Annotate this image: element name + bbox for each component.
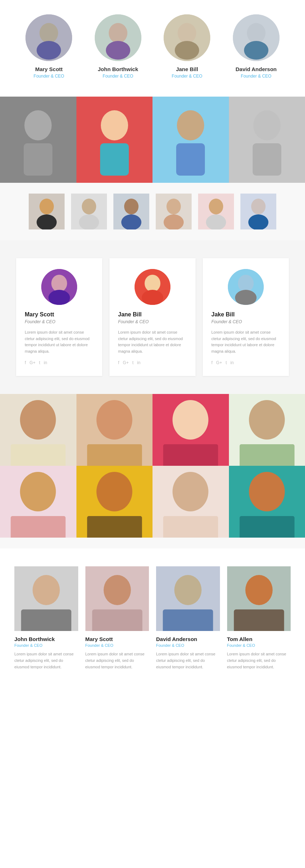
svg-rect-76 bbox=[92, 609, 142, 631]
svg-point-16 bbox=[177, 110, 204, 140]
grid-cell-3 bbox=[152, 394, 229, 466]
circle-avatar-0 bbox=[25, 14, 72, 61]
member-name-2: Jane Bill bbox=[176, 66, 198, 72]
social-icon-G+[interactable]: G+ bbox=[123, 360, 128, 365]
social-icon-f[interactable]: f bbox=[25, 360, 26, 365]
member-name-1: John Borthwick bbox=[98, 66, 138, 72]
svg-point-11 bbox=[244, 41, 268, 60]
bottom-team-card-2: David AndersonFounder & CEOLorem ipsum d… bbox=[156, 566, 220, 670]
bio-role-1: Founder & CEO bbox=[118, 319, 187, 324]
svg-point-48 bbox=[20, 400, 56, 440]
social-icon-t[interactable]: t bbox=[39, 360, 40, 365]
bottom-team-card-3: Tom AllenFounder & CEOLorem ipsum dolor … bbox=[227, 566, 291, 670]
social-icon-in[interactable]: in bbox=[44, 360, 47, 365]
svg-point-45 bbox=[238, 275, 254, 292]
svg-rect-64 bbox=[87, 516, 142, 538]
grid-cell-8 bbox=[229, 466, 305, 538]
bio-social-0[interactable]: fG+tin bbox=[25, 360, 94, 365]
svg-point-4 bbox=[109, 23, 127, 43]
svg-rect-49 bbox=[11, 444, 66, 466]
banner-panel-3 bbox=[152, 97, 229, 183]
svg-point-43 bbox=[142, 290, 163, 305]
bio-name-1: Jane Bill bbox=[118, 311, 187, 318]
bio-avatar-0 bbox=[41, 269, 77, 305]
section-bio-cards: Mary ScottFounder & CEOLorem ipsum dolor… bbox=[0, 240, 305, 394]
social-icon-in[interactable]: in bbox=[137, 360, 140, 365]
section-bottom-team: John BorthwickFounder & CEOLorem ipsum d… bbox=[0, 548, 305, 688]
svg-point-34 bbox=[206, 214, 226, 229]
thumb-item-2 bbox=[113, 194, 149, 229]
bio-card-1: Jane BillFounder & CEOLorem ipsum dolor … bbox=[109, 258, 196, 376]
section-banner bbox=[0, 97, 305, 183]
bio-card-0: Mary ScottFounder & CEOLorem ipsum dolor… bbox=[16, 258, 102, 376]
bottom-text-0: Lorem ipsum dolor sit amet conse ctetur … bbox=[14, 651, 78, 670]
circle-avatar-1 bbox=[95, 14, 141, 61]
svg-rect-19 bbox=[253, 143, 281, 176]
svg-point-27 bbox=[124, 199, 139, 214]
svg-point-42 bbox=[145, 275, 160, 292]
circle-avatar-3 bbox=[233, 14, 280, 61]
circle-card-1: John BorthwickFounder & CEO bbox=[91, 14, 146, 79]
svg-point-24 bbox=[82, 199, 96, 214]
svg-point-78 bbox=[174, 575, 202, 605]
section-divider bbox=[0, 538, 305, 548]
section-thumbs bbox=[0, 183, 305, 240]
bottom-text-2: Lorem ipsum dolor sit amet conse ctetur … bbox=[156, 651, 220, 670]
bio-text-2: Lorem ipsum dolor sit amet conse ctetur … bbox=[211, 329, 280, 354]
bio-social-1[interactable]: fG+tin bbox=[118, 360, 187, 365]
banner-panel-1 bbox=[0, 97, 76, 183]
member-title-2: Founder & CEO bbox=[172, 74, 202, 79]
banner-panel-4 bbox=[229, 97, 305, 183]
svg-rect-13 bbox=[24, 143, 52, 176]
social-icon-f[interactable]: f bbox=[211, 360, 212, 365]
svg-point-72 bbox=[33, 575, 60, 605]
bio-card-2: Jake BillFounder & CEOLorem ipsum dolor … bbox=[203, 258, 289, 376]
member-title-1: Founder & CEO bbox=[103, 74, 133, 79]
svg-point-10 bbox=[247, 23, 266, 43]
social-icon-t[interactable]: t bbox=[226, 360, 227, 365]
svg-rect-82 bbox=[234, 609, 284, 631]
svg-point-60 bbox=[20, 472, 56, 511]
svg-rect-67 bbox=[163, 516, 218, 538]
svg-point-40 bbox=[48, 290, 70, 305]
grid-cell-4 bbox=[229, 394, 305, 466]
social-icon-f[interactable]: f bbox=[118, 360, 119, 365]
social-icon-G+[interactable]: G+ bbox=[216, 360, 222, 365]
svg-point-54 bbox=[173, 400, 208, 440]
bottom-team-card-0: John BorthwickFounder & CEOLorem ipsum d… bbox=[14, 566, 78, 670]
bio-name-2: Jake Bill bbox=[211, 311, 280, 318]
svg-rect-15 bbox=[100, 143, 129, 176]
bottom-photo-1 bbox=[85, 566, 149, 631]
bottom-name-2: David Anderson bbox=[156, 636, 220, 642]
svg-rect-70 bbox=[239, 516, 294, 538]
bottom-name-0: John Borthwick bbox=[14, 636, 78, 642]
bio-avatar-wrap-2 bbox=[211, 269, 280, 305]
thumb-item-4 bbox=[198, 194, 234, 229]
grid-cell-7 bbox=[152, 466, 229, 538]
thumb-item-0 bbox=[29, 194, 65, 229]
bio-role-2: Founder & CEO bbox=[211, 319, 280, 324]
svg-point-8 bbox=[175, 41, 199, 60]
bio-social-2[interactable]: fG+tin bbox=[211, 360, 280, 365]
member-name-3: David Anderson bbox=[236, 66, 277, 72]
svg-point-12 bbox=[24, 110, 52, 140]
bio-avatar-1 bbox=[135, 269, 170, 305]
thumb-item-1 bbox=[71, 194, 107, 229]
svg-rect-58 bbox=[239, 444, 294, 466]
social-icon-t[interactable]: t bbox=[132, 360, 133, 365]
social-icon-in[interactable]: in bbox=[230, 360, 234, 365]
svg-point-37 bbox=[248, 214, 268, 229]
section-grid bbox=[0, 394, 305, 538]
bio-avatar-wrap-0 bbox=[25, 269, 94, 305]
svg-point-5 bbox=[106, 41, 130, 60]
svg-point-22 bbox=[37, 214, 57, 229]
svg-point-39 bbox=[51, 275, 67, 292]
social-icon-G+[interactable]: G+ bbox=[29, 360, 35, 365]
bio-avatar-wrap-1 bbox=[118, 269, 187, 305]
svg-point-66 bbox=[173, 472, 208, 511]
svg-point-28 bbox=[121, 214, 141, 229]
bottom-role-1: Founder & CEO bbox=[85, 643, 149, 647]
bio-text-1: Lorem ipsum dolor sit amet conse ctetur … bbox=[118, 329, 187, 354]
thumb-item-5 bbox=[240, 194, 276, 229]
svg-point-7 bbox=[178, 23, 196, 43]
